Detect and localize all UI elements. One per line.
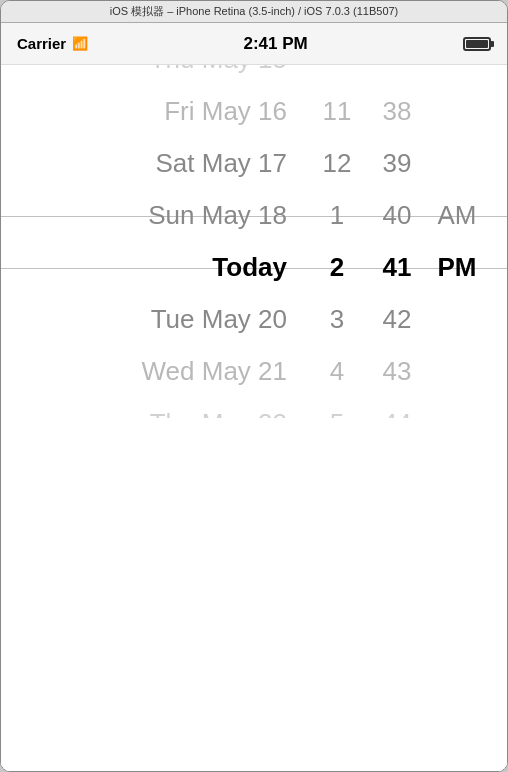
picker-ampm-4: PM — [427, 252, 487, 283]
battery-indicator — [463, 37, 491, 51]
picker-rows: Thu May 15Fri May 161138Sat May 171239Su… — [1, 65, 507, 418]
picker-date-4: Today — [21, 252, 307, 283]
picker-hour-7: 5 — [307, 408, 367, 418]
picker-row-3[interactable]: Sun May 18140AM — [1, 190, 507, 242]
picker-minute-7: 44 — [367, 408, 427, 418]
picker-hour-6: 4 — [307, 356, 367, 387]
picker-hour-1: 11 — [307, 96, 367, 127]
picker-row-1[interactable]: Fri May 161138 — [1, 86, 507, 138]
picker-minute-2: 39 — [367, 148, 427, 179]
remaining-space — [1, 418, 507, 771]
wifi-icon: 📶 — [72, 36, 88, 51]
picker-date-5: Tue May 20 — [21, 304, 307, 335]
picker-minute-5: 42 — [367, 304, 427, 335]
picker-minute-3: 40 — [367, 200, 427, 231]
picker-date-1: Fri May 16 — [21, 96, 307, 127]
picker-date-6: Wed May 21 — [21, 356, 307, 387]
picker-row-4[interactable]: Today241PM — [1, 242, 507, 294]
picker-date-2: Sat May 17 — [21, 148, 307, 179]
picker-minute-1: 38 — [367, 96, 427, 127]
title-bar: iOS 模拟器 – iPhone Retina (3.5-inch) / iOS… — [1, 1, 507, 23]
carrier-label: Carrier — [17, 35, 66, 52]
picker-minute-4: 41 — [367, 252, 427, 283]
picker-row-0[interactable]: Thu May 15 — [1, 65, 507, 86]
status-bar: Carrier 📶 2:41 PM — [1, 23, 507, 65]
picker-ampm-3: AM — [427, 200, 487, 231]
picker-row-5[interactable]: Tue May 20342 — [1, 294, 507, 346]
picker-row-6[interactable]: Wed May 21443 — [1, 346, 507, 398]
picker-hour-5: 3 — [307, 304, 367, 335]
picker-hour-3: 1 — [307, 200, 367, 231]
picker-minute-6: 43 — [367, 356, 427, 387]
picker-date-0: Thu May 15 — [21, 65, 307, 75]
time-display: 2:41 PM — [243, 34, 307, 54]
picker-hour-2: 12 — [307, 148, 367, 179]
battery-icon — [463, 37, 491, 51]
picker-wheel[interactable]: Thu May 15Fri May 161138Sat May 171239Su… — [1, 65, 507, 418]
title-bar-text: iOS 模拟器 – iPhone Retina (3.5-inch) / iOS… — [110, 4, 399, 19]
status-left: Carrier 📶 — [17, 35, 88, 52]
picker-date-3: Sun May 18 — [21, 200, 307, 231]
picker-row-2[interactable]: Sat May 171239 — [1, 138, 507, 190]
device-frame: iOS 模拟器 – iPhone Retina (3.5-inch) / iOS… — [0, 0, 508, 772]
picker-date-7: Thu May 22 — [21, 408, 307, 418]
picker-container[interactable]: Thu May 15Fri May 161138Sat May 171239Su… — [1, 65, 507, 771]
picker-hour-4: 2 — [307, 252, 367, 283]
battery-fill — [466, 40, 488, 48]
picker-row-7[interactable]: Thu May 22544 — [1, 398, 507, 419]
